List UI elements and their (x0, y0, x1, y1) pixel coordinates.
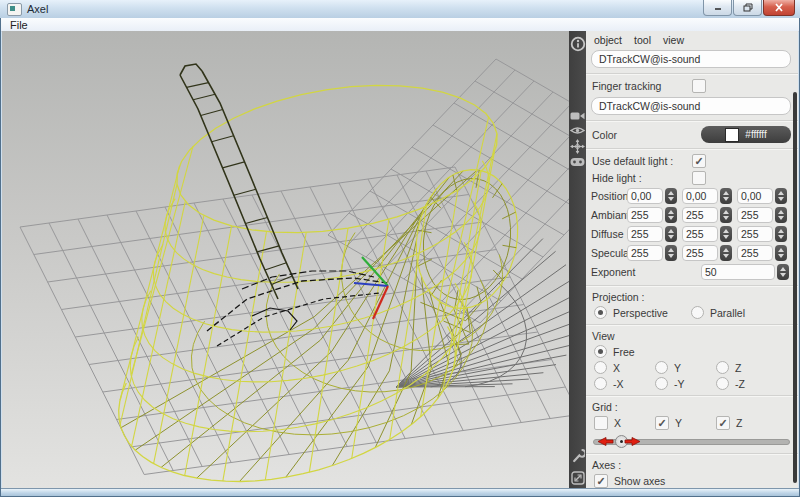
hide-light-label: Hide light : (592, 172, 692, 184)
file-menu[interactable]: File (1, 19, 37, 31)
expand-icon[interactable] (571, 471, 585, 485)
specular-row: Specular 255 255 255 (591, 245, 792, 261)
specular-g-stepper[interactable] (720, 245, 732, 261)
show-axes[interactable]: Show axes (594, 474, 792, 488)
maximize-button[interactable] (733, 0, 762, 16)
view-label: View (592, 330, 792, 342)
viewport-3d[interactable] (2, 31, 569, 489)
specular-r-input[interactable]: 255 (627, 245, 663, 261)
app-icon (7, 3, 22, 16)
hide-light-checkbox[interactable] (692, 171, 706, 185)
grid-z[interactable]: Z (716, 416, 777, 430)
eye-icon[interactable] (570, 125, 585, 136)
position-x-stepper[interactable] (665, 188, 677, 204)
view-y[interactable]: Y (655, 361, 716, 374)
view-neg-z[interactable]: -Z (716, 377, 777, 390)
projection-label: Projection : (592, 291, 792, 303)
wrench-icon[interactable] (571, 448, 585, 463)
finger-tracking-checkbox[interactable] (692, 79, 706, 93)
ambiant-b-input[interactable]: 255 (737, 207, 773, 223)
ambiant-r-input[interactable]: 255 (627, 207, 663, 223)
wireframe-scene (2, 31, 578, 489)
diffuse-b-input[interactable]: 255 (737, 226, 773, 242)
view-free-radio[interactable] (594, 345, 607, 358)
perspective-radio[interactable] (594, 306, 607, 319)
position-y-input[interactable]: 0,00 (682, 188, 718, 204)
finger-tracker-input[interactable]: DTrackCW@is-sound (591, 97, 791, 115)
ambiant-g-input[interactable]: 255 (682, 207, 718, 223)
grid-y[interactable]: Y (655, 416, 716, 430)
show-axes-checkbox[interactable] (594, 474, 608, 488)
specular-g-input[interactable]: 255 (682, 245, 718, 261)
view-z[interactable]: Z (716, 361, 777, 374)
view-x-radio[interactable] (594, 361, 607, 374)
close-icon (774, 3, 784, 12)
grid-size-slider[interactable] (593, 434, 790, 448)
projection-perspective[interactable]: Perspective (594, 306, 691, 319)
color-swatch (725, 128, 739, 142)
position-y-stepper[interactable] (720, 188, 732, 204)
slider-drag-arrows-icon (597, 435, 641, 448)
window-bottom-border (1, 488, 799, 496)
minimize-icon (713, 3, 723, 12)
grid-z-checkbox[interactable] (716, 416, 730, 430)
use-default-light-label: Use default light : (592, 155, 692, 167)
diffuse-r-input[interactable]: 255 (627, 226, 663, 242)
close-button[interactable] (763, 0, 795, 16)
grid-x[interactable]: X (594, 416, 655, 430)
specular-b-input[interactable]: 255 (737, 245, 773, 261)
color-picker-button[interactable]: #ffffff (701, 126, 791, 143)
gamepad-icon[interactable] (570, 157, 585, 167)
tracker-input[interactable]: DTrackCW@is-sound (591, 50, 791, 68)
diffuse-r-stepper[interactable] (665, 226, 677, 242)
specular-b-stepper[interactable] (775, 245, 787, 261)
diffuse-g-input[interactable]: 255 (682, 226, 718, 242)
parallel-radio[interactable] (691, 306, 704, 319)
diffuse-row: Diffuse 255 255 255 (591, 226, 792, 242)
position-row: Position 0,00 0,00 0,00 (591, 188, 792, 204)
camera-icon[interactable] (570, 110, 585, 122)
position-z-stepper[interactable] (775, 188, 787, 204)
exponent-stepper[interactable] (777, 264, 789, 280)
specular-r-stepper[interactable] (665, 245, 677, 261)
diffuse-b-stepper[interactable] (775, 226, 787, 242)
view-x[interactable]: X (594, 361, 655, 374)
projection-parallel[interactable]: Parallel (691, 306, 745, 319)
grid-y-checkbox[interactable] (655, 416, 669, 430)
view-neg-y[interactable]: -Y (655, 377, 716, 390)
diffuse-g-stepper[interactable] (720, 226, 732, 242)
color-label: Color (592, 129, 617, 141)
ambiant-b-stepper[interactable] (775, 207, 787, 223)
panel-menu-tool[interactable]: tool (634, 34, 651, 46)
panel-scrollbar[interactable] (793, 92, 797, 483)
restore-icon (743, 3, 753, 12)
finger-tracking-label: Finger tracking (592, 80, 692, 92)
view-y-radio[interactable] (655, 361, 668, 374)
menu-bar: File (1, 18, 799, 32)
view-neg-z-radio[interactable] (716, 377, 729, 390)
grid-x-checkbox[interactable] (594, 416, 608, 430)
use-default-light-checkbox[interactable] (692, 154, 706, 168)
ambiant-row: Ambiant 255 255 255 (591, 207, 792, 223)
ambiant-g-stepper[interactable] (720, 207, 732, 223)
panel-menu: object tool view (591, 32, 792, 49)
title-bar[interactable]: Axel (0, 0, 800, 18)
info-icon[interactable] (570, 36, 586, 52)
ambiant-r-stepper[interactable] (665, 207, 677, 223)
view-free[interactable]: Free (594, 345, 792, 358)
minimize-button[interactable] (703, 0, 732, 16)
view-z-radio[interactable] (716, 361, 729, 374)
color-hex-value: #ffffff (745, 129, 766, 140)
position-x-input[interactable]: 0,00 (627, 188, 663, 204)
position-z-input[interactable]: 0,00 (737, 188, 773, 204)
view-neg-x[interactable]: -X (594, 377, 655, 390)
exponent-input[interactable]: 50 (701, 264, 775, 280)
window-title: Axel (27, 3, 48, 15)
panel-menu-view[interactable]: view (663, 34, 684, 46)
panel-menu-object[interactable]: object (594, 34, 622, 46)
view-neg-y-radio[interactable] (655, 377, 668, 390)
transform-icon[interactable] (570, 139, 585, 154)
properties-panel: object tool view DTrackCW@is-sound Finge… (569, 31, 798, 489)
tool-strip (569, 31, 586, 489)
view-neg-x-radio[interactable] (594, 377, 607, 390)
